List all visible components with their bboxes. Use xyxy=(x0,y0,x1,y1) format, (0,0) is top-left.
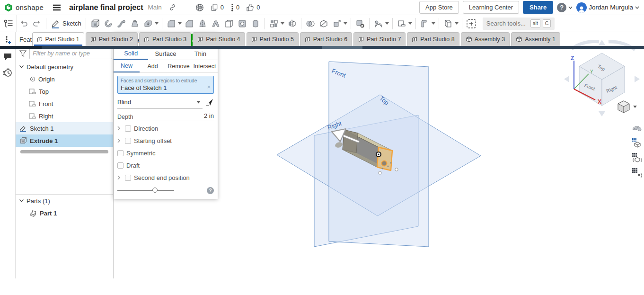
configurations-panel-icon[interactable] xyxy=(631,151,643,164)
fillet-icon[interactable] xyxy=(165,17,178,30)
search-tools-input[interactable] xyxy=(486,20,528,27)
mode-add[interactable]: Add xyxy=(140,60,166,72)
starting-offset-checkbox[interactable] xyxy=(125,138,131,144)
option-draft[interactable]: Draft xyxy=(114,159,218,171)
copies-icon[interactable]: 0 xyxy=(211,3,224,11)
transform-menu-caret[interactable] xyxy=(344,17,348,30)
tree-node-right-plane[interactable]: Right xyxy=(16,110,113,122)
tree-node-sketch-1[interactable]: Sketch 1 xyxy=(16,122,113,134)
mirror-icon[interactable] xyxy=(285,17,299,30)
likes-icon[interactable]: 0 xyxy=(246,3,260,12)
flip-direction-icon[interactable] xyxy=(203,98,214,106)
draft-checkbox[interactable] xyxy=(117,162,124,169)
select-region-icon[interactable] xyxy=(465,17,478,30)
tab-part-studio-8[interactable]: Part Studio 8 xyxy=(407,32,459,46)
undo-icon[interactable] xyxy=(17,17,30,30)
share-button[interactable]: Share xyxy=(523,1,553,14)
revolve-icon[interactable] xyxy=(102,17,115,30)
parts-section-header[interactable]: Parts (1) xyxy=(16,195,113,207)
thicken-icon[interactable] xyxy=(141,17,155,30)
feature-filter-input[interactable] xyxy=(29,48,112,59)
horizontal-scrollbar[interactable] xyxy=(0,46,644,49)
graphics-viewport[interactable]: Front Top Right xyxy=(114,32,644,278)
tab-assembly-3[interactable]: Assembly 3 xyxy=(461,32,510,46)
expand-chevron-icon[interactable] xyxy=(117,175,122,180)
opacity-slider[interactable] xyxy=(117,190,174,191)
appearance-panel-icon[interactable] xyxy=(631,121,643,134)
tab-part-studio-6[interactable]: Part Studio 6 xyxy=(300,32,352,46)
learning-center-button[interactable]: Learning Center xyxy=(463,1,519,14)
share-link-icon[interactable] xyxy=(168,3,176,11)
tree-node-extrude-1[interactable]: Extrude 1 xyxy=(16,134,113,147)
tab-thin[interactable]: Thin xyxy=(183,47,218,60)
feature-table-panel-icon[interactable] xyxy=(631,166,643,179)
sketch-vertex-handle[interactable] xyxy=(379,171,381,174)
rollback-bar[interactable] xyxy=(20,150,108,153)
plane-tool-icon[interactable] xyxy=(395,17,408,30)
filter-funnel-icon[interactable] xyxy=(19,50,26,57)
boolean-icon[interactable] xyxy=(304,17,317,30)
direction-checkbox[interactable] xyxy=(125,125,131,132)
tab-part-studio-3[interactable]: Part Studio 3 xyxy=(139,32,191,46)
tree-node-origin[interactable]: Origin xyxy=(16,73,113,85)
workspace-branch[interactable]: Main xyxy=(148,4,161,11)
surface-tools-icon[interactable] xyxy=(372,17,385,30)
tab-part-studio-2[interactable]: Part Studio 2 xyxy=(86,32,138,46)
option-starting-offset[interactable]: Starting offset xyxy=(114,134,218,147)
chamfer-icon[interactable] xyxy=(183,17,196,30)
second-end-checkbox[interactable] xyxy=(125,175,131,181)
tab-solid[interactable]: Solid xyxy=(114,47,148,60)
slider-knob[interactable] xyxy=(152,188,158,193)
expand-chevron-icon[interactable] xyxy=(117,138,122,143)
delete-part-icon[interactable] xyxy=(353,17,367,30)
sheet-metal-menu-caret[interactable] xyxy=(432,17,436,30)
tree-node-top-plane[interactable]: Top xyxy=(16,85,113,98)
public-globe-icon[interactable] xyxy=(195,3,204,12)
shell-icon[interactable] xyxy=(222,17,236,30)
expand-chevron-icon[interactable] xyxy=(117,126,122,131)
tab-assembly-1[interactable]: Assembly 1 xyxy=(511,32,560,46)
document-menu-icon[interactable] xyxy=(50,1,63,14)
tab-part-studio-5[interactable]: Part Studio 5 xyxy=(247,32,299,46)
thicken-menu-caret[interactable] xyxy=(155,17,159,30)
option-symmetric[interactable]: Symmetric xyxy=(114,147,218,159)
named-views-panel-icon[interactable] xyxy=(631,136,643,149)
mode-remove[interactable]: Remove xyxy=(166,60,192,72)
pattern-menu-caret[interactable] xyxy=(281,17,285,30)
option-second-end-position[interactable]: Second end position xyxy=(114,171,218,184)
depth-value-field[interactable]: 2 in xyxy=(137,112,214,120)
dialog-help-icon[interactable]: ? xyxy=(207,187,214,194)
user-menu[interactable]: Jordan Murguia xyxy=(576,2,639,13)
app-store-button[interactable]: App Store xyxy=(419,1,459,14)
mode-intersect[interactable]: Intersect xyxy=(192,60,218,72)
tree-node-part-1[interactable]: Part 1 xyxy=(16,207,113,219)
tab-part-studio-7[interactable]: Part Studio 7 xyxy=(353,32,406,46)
fillet-menu-caret[interactable] xyxy=(178,17,183,30)
extrude-face-highlight[interactable] xyxy=(377,147,392,170)
draft-icon[interactable] xyxy=(196,17,209,30)
search-tools-box[interactable]: alt C xyxy=(483,18,555,30)
sweep-icon[interactable] xyxy=(115,17,128,30)
end-type-dropdown[interactable]: Blind xyxy=(117,96,203,109)
frame-tool-icon[interactable] xyxy=(441,17,455,30)
history-icon[interactable] xyxy=(0,64,15,80)
versions-icon[interactable]: 0 xyxy=(230,3,239,12)
view-options-dropdown[interactable] xyxy=(618,101,637,113)
tree-node-front-plane[interactable]: Front xyxy=(16,98,113,110)
faces-selection-box[interactable]: Faces and sketch regions to extrude Face… xyxy=(117,76,214,94)
sketch-button[interactable]: Sketch xyxy=(51,19,81,28)
help-menu[interactable]: ? xyxy=(557,3,573,12)
hole-icon[interactable] xyxy=(236,17,249,30)
rib-icon[interactable] xyxy=(209,17,222,30)
document-title[interactable]: airplane final project xyxy=(69,3,143,12)
comments-icon[interactable] xyxy=(0,48,15,64)
frame-menu-caret[interactable] xyxy=(455,17,459,30)
linear-pattern-icon[interactable] xyxy=(267,17,281,30)
feature-list-toggle-icon[interactable] xyxy=(0,15,17,32)
redo-icon[interactable] xyxy=(30,17,44,30)
split-icon[interactable] xyxy=(317,17,330,30)
transform-icon[interactable] xyxy=(330,17,344,30)
plane-menu-caret[interactable] xyxy=(408,17,413,30)
extrude-icon[interactable] xyxy=(88,17,102,30)
sheet-metal-icon[interactable] xyxy=(418,17,432,30)
